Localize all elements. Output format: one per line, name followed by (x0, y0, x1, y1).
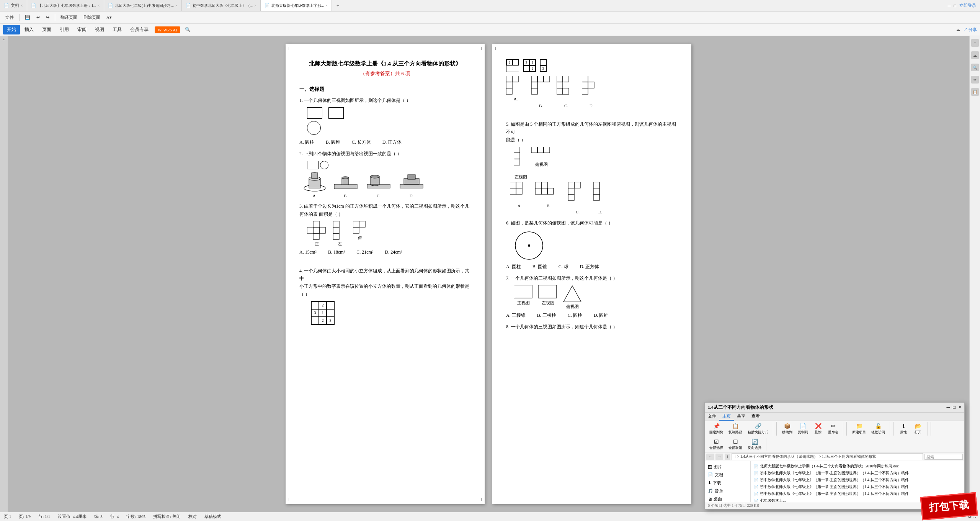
fe-btn-open[interactable]: 📂 打开 (911, 422, 925, 436)
redo-btn[interactable]: ↪ (44, 14, 52, 21)
fe-file-1[interactable]: 📄 初中数学北师大版《七年级上》（第一章-主面的图形世界）（1.4-从三个不同方… (752, 470, 963, 477)
tab-4-active[interactable]: 📄 北师大版新七年级数学上字形... × (261, 0, 332, 11)
tab-doc[interactable]: 📄 文档 × (0, 0, 27, 11)
fe-minimize[interactable]: ─ (946, 405, 950, 410)
fe-ribbon-sep-1 (776, 422, 777, 436)
fe-close[interactable]: × (959, 405, 961, 410)
q2-options-figures: A. B. (303, 171, 471, 200)
fe-btn-rename[interactable]: ✏ 重命名 (826, 422, 841, 436)
q4-cell-3: 3 (311, 309, 319, 317)
svg-rect-43 (582, 88, 588, 94)
sidebar-icon-1[interactable]: ≡ (971, 39, 979, 47)
tab-2[interactable]: 📄 北师大版七年级(上)中考题同步习... × (104, 0, 182, 11)
fe-sidebar-downloads[interactable]: ⬇ 下载 (705, 479, 750, 487)
tab-2-close[interactable]: × (175, 3, 178, 8)
fe-tab-file[interactable]: 文件 (705, 413, 719, 421)
save-btn[interactable]: 💾 (23, 14, 33, 21)
q4-cell-0 (311, 301, 319, 309)
fe-btn-easy-access[interactable]: 🔓 轻松访问 (869, 422, 887, 436)
q2-top-view (307, 161, 471, 169)
fe-btn-delete[interactable]: ❌ 删除 (811, 422, 825, 436)
fe-sidebar-docs[interactable]: 📄 文档 (705, 471, 750, 479)
title-bar-right: ─ □ 立即登录 (948, 3, 980, 8)
fe-maximize[interactable]: □ (953, 405, 956, 410)
wps-ai-btn[interactable]: W WPS AI (155, 26, 180, 33)
tab-close[interactable]: × (21, 3, 23, 8)
fe-file-0[interactable]: 📄 北师大新版七年级数学上学期（1.4-从三个方向看物体的形状）2016年同步练… (752, 463, 963, 470)
tab-1[interactable]: 📄 【北师大版】七年级数学上册：1... × (27, 0, 104, 11)
q3-options: A. 15cm² B. 18cm² C. 21cm² D. 24cm² (299, 249, 471, 256)
fe-ribbon-sep-3 (893, 422, 893, 436)
svg-rect-41 (582, 82, 588, 88)
sidebar-icon-5[interactable]: 📋 (971, 88, 979, 96)
fe-forward-btn[interactable]: → (715, 454, 723, 460)
menu-view[interactable]: 视图 (91, 25, 108, 34)
tab-4-close[interactable]: × (325, 3, 328, 8)
menu-review[interactable]: 审阅 (74, 25, 90, 34)
fe-ribbon-group-3: 📁 新建项目 🔓 轻松访问 (850, 422, 890, 436)
maximize-btn[interactable]: □ (954, 3, 956, 8)
sidebar-icon-4[interactable]: ✏ (971, 76, 979, 84)
menu-page[interactable]: 页面 (38, 25, 55, 34)
fe-btn-copy[interactable]: 📄 复制到 (795, 422, 810, 436)
fe-file-2[interactable]: 📄 初中数学北师大版《七年级上》（第一章-主面的图形世界）（1.4-从三个不同方… (752, 477, 963, 483)
fe-btn-move[interactable]: 📦 移动到 (780, 422, 795, 436)
svg-rect-60 (574, 182, 580, 188)
format-btn[interactable]: A▾ (104, 14, 114, 21)
document-page-1: 北师大新版七年级数学上册《1.4 从三个方向看物体的形状》 （有参考答案）共 6… (286, 44, 485, 504)
svg-rect-55 (541, 182, 547, 188)
minimize-btn[interactable]: ─ (948, 3, 951, 8)
svg-rect-37 (557, 82, 563, 88)
fe-btn-paste-shortcut[interactable]: 🔗 粘贴快捷方式 (745, 422, 771, 436)
menu-insert[interactable]: 插入 (21, 25, 38, 34)
q4-opt-d: D. (582, 76, 601, 110)
fe-search-input[interactable] (924, 454, 963, 460)
fe-sidebar-pictures[interactable]: 🖼 图片 (705, 463, 750, 471)
fe-btn-deselect[interactable]: ☐ 全部取消 (726, 438, 745, 451)
svg-rect-58 (547, 188, 554, 194)
login-btn[interactable]: 立即登录 (959, 3, 976, 8)
fe-btn-properties[interactable]: ℹ 属性 (897, 422, 910, 436)
fe-btn-copy-path[interactable]: 📋 复制路径 (726, 422, 745, 436)
svg-rect-28 (506, 82, 512, 88)
search-btn[interactable]: 🔍 (181, 25, 194, 34)
fe-sidebar-desktop[interactable]: 🖥 桌面 (705, 495, 750, 502)
menu-member[interactable]: 会员专享 (126, 25, 152, 34)
sidebar-icon-3[interactable]: 🔍 (971, 64, 979, 71)
share-btn[interactable]: ↗ 分享 (963, 27, 977, 33)
title-bar: 📄 文档 × 📄 【北师大版】七年级数学上册：1... × 📄 北师大版七年级(… (0, 0, 980, 11)
fe-back-btn[interactable]: ← (706, 454, 714, 460)
svg-point-67 (528, 244, 530, 247)
fe-tab-home[interactable]: 主页 (719, 413, 734, 421)
q1-circle (307, 121, 321, 135)
fe-tab-share[interactable]: 共享 (734, 413, 748, 421)
fe-tab-view[interactable]: 查看 (748, 413, 763, 421)
fe-sidebar-music[interactable]: 🎵 音乐 (705, 487, 750, 495)
file-menu-btn[interactable]: 文件 (3, 14, 16, 21)
corner-tl (289, 47, 292, 50)
tab-add[interactable]: ＋ (332, 0, 344, 11)
fe-btn-pin[interactable]: 📌 固定到快 (707, 422, 725, 436)
undo-btn[interactable]: ↩ (34, 14, 42, 21)
translate-page-btn[interactable]: 翻译页面 (58, 14, 80, 21)
fe-path[interactable]: ↑ > 1.4从三个不同方向看物体的形状（试题试题） > 1.4从三个不同方向看… (732, 453, 923, 460)
svg-rect-51 (516, 182, 522, 188)
fe-file-3[interactable]: 📄 初中数学北师大版《七年级上》（第一章-主面的图形世界）（1.4-从三个不同方… (752, 483, 963, 490)
menu-tools[interactable]: 工具 (109, 25, 126, 34)
delete-page-btn[interactable]: 删除页面 (81, 14, 103, 21)
fe-btn-select-all[interactable]: ☑ 全部选择 (707, 438, 725, 451)
q1-rect1 (307, 107, 322, 119)
q1-figure (307, 107, 471, 137)
q4-cell-2 (327, 301, 334, 309)
fe-btn-invert[interactable]: 🔄 反向选择 (745, 438, 764, 451)
tab-1-close[interactable]: × (98, 3, 100, 8)
menu-reference[interactable]: 引用 (56, 25, 73, 34)
sidebar-icon-2[interactable]: ☁ (971, 51, 979, 59)
tab-3-close[interactable]: × (254, 3, 256, 8)
menu-start[interactable]: 开始 (3, 25, 20, 34)
p2-grid1: 2 (506, 59, 519, 72)
fe-ribbon-group-2: 📦 移动到 📄 复制到 ❌ 删除 ✏ 重命名 (780, 422, 843, 436)
fe-btn-new[interactable]: 📁 新建项目 (850, 422, 868, 436)
tab-3[interactable]: 📄 初中数学北师大版《七年级上》（... × (182, 0, 261, 11)
fe-up-btn[interactable]: ↑ (725, 454, 730, 460)
